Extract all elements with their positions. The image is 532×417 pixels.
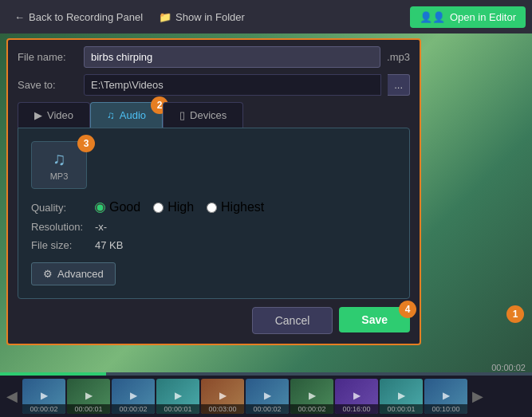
quality-label: Quality: [31,202,95,214]
file-size-label: File size: [31,239,95,251]
video-tab-icon: ▶ [34,109,42,121]
filmstrip-item[interactable]: ▶ 00:10:00 [424,379,467,414]
resolution-label: Resolution: [31,221,95,233]
quality-good-option[interactable]: Good [95,200,140,214]
tab-video[interactable]: ▶ Video [18,102,90,128]
back-button[interactable]: ← Back to Recording Panel [6,8,151,26]
file-name-input[interactable] [84,46,380,68]
play-icon: ▶ [175,390,182,401]
filmstrip-item[interactable]: ▶ 00:00:01 [67,379,110,414]
tab-content-audio: ♫ MP3 3 Quality: Good High Highest [18,128,410,299]
filmstrip-time: 00:00:02 [246,404,289,414]
music-note-icon: ♫ [53,149,66,170]
advanced-button[interactable]: ⚙ Advanced [31,262,116,285]
play-icon: ▶ [85,390,93,401]
filmstrip-item[interactable]: ▶ 00:03:00 [201,379,244,414]
filmstrip-time: 00:00:02 [112,404,155,414]
filmstrip-time: 00:00:02 [22,404,65,414]
filmstrip-item[interactable]: ▶ 00:00:02 [290,379,333,414]
editor-icon: 👤👤 [420,11,445,23]
path-select-wrapper: E:\Temp\Videos [84,74,381,96]
filmstrip-item[interactable]: ▶ 00:00:01 [156,379,199,414]
play-icon: ▶ [353,390,361,401]
play-icon: ▶ [443,390,450,401]
filmstrip-time: 00:00:01 [156,404,199,414]
quality-high-radio[interactable] [153,203,164,213]
filmstrip-time: 00:00:01 [380,404,423,414]
devices-tab-icon: ▯ [179,109,185,121]
gear-icon: ⚙ [43,268,53,280]
quality-highest-radio[interactable] [207,203,217,213]
format-label: MP3 [50,171,69,181]
filmstrip-time: 00:03:00 [201,404,244,414]
tab-audio[interactable]: ♫ Audio 2 [90,102,163,128]
filmstrip-time: 00:00:02 [290,404,333,414]
play-icon: ▶ [219,390,227,401]
dialog-footer: Cancel Save 4 [8,299,420,334]
quality-highest-label: Highest [221,200,264,214]
quality-radio-group: Good High Highest [95,200,264,214]
show-folder-button[interactable]: 📁 Show in Folder [151,8,253,26]
quality-good-label: Good [109,200,140,214]
filmstrip: ◀ ▶ 00:00:02 ▶ 00:00:01 ▶ 00:00:02 ▶ 00:… [0,376,532,417]
save-to-row: Save to: E:\Temp\Videos ... [8,74,420,102]
tab-devices-label: Devices [190,109,227,121]
play-icon: ▶ [309,390,316,401]
time-display: 00:00:02 [491,363,526,372]
filmstrip-time: 00:10:00 [424,404,467,414]
tab-video-label: Video [47,109,73,121]
quality-good-radio[interactable] [95,203,105,213]
file-name-label: File name: [18,51,77,63]
filmstrip-item[interactable]: ▶ 00:00:02 [246,379,289,414]
audio-tab-icon: ♫ [107,109,115,121]
tab-devices[interactable]: ▯ Devices [163,102,243,128]
file-size-value: 47 KB [95,239,123,251]
folder-icon: 📁 [159,11,171,23]
play-icon: ▶ [398,390,405,401]
filmstrip-item[interactable]: ▶ 00:00:02 [112,379,155,414]
resolution-row: Resolution: -x- [31,221,396,233]
filmstrip-item[interactable]: ▶ 00:00:02 [22,379,65,414]
filmstrip-item[interactable]: ▶ 00:00:01 [380,379,423,414]
badge-three: 3 [77,135,95,152]
browse-button[interactable]: ... [388,74,410,96]
quality-high-label: High [167,200,194,214]
play-icon: ▶ [130,390,137,401]
open-editor-button[interactable]: 👤👤 Open in Editor [410,6,526,28]
play-icon: ▶ [264,390,271,401]
filmstrip-time: 00:00:01 [67,404,110,414]
filmstrip-item[interactable]: ▶ 00:16:00 [335,379,378,414]
cancel-button[interactable]: Cancel [252,307,333,334]
quality-highest-option[interactable]: Highest [207,200,264,214]
save-to-label: Save to: [18,79,77,91]
resolution-value: -x- [95,221,107,233]
filmstrip-prev[interactable]: ◀ [3,387,21,405]
badge-one: 1 [506,305,524,323]
badge-four: 4 [399,301,416,318]
top-toolbar: ← Back to Recording Panel 📁 Show in Fold… [0,0,532,33]
file-extension: .mp3 [387,51,410,63]
filmstrip-time: 00:16:00 [335,404,378,414]
path-select[interactable]: E:\Temp\Videos [84,74,381,96]
quality-high-option[interactable]: High [153,200,194,214]
back-arrow-icon: ← [14,11,25,23]
file-name-row: File name: .mp3 [8,40,420,74]
format-tabs: ▶ Video ♫ Audio 2 ▯ Devices [8,102,420,128]
save-dialog: File name: .mp3 Save to: E:\Temp\Videos … [6,38,421,345]
filmstrip-next[interactable]: ▶ [469,387,487,405]
play-icon: ▶ [41,390,48,401]
tab-audio-label: Audio [120,109,146,121]
file-size-row: File size: 47 KB [31,239,396,251]
quality-row: Quality: Good High Highest [31,200,396,214]
